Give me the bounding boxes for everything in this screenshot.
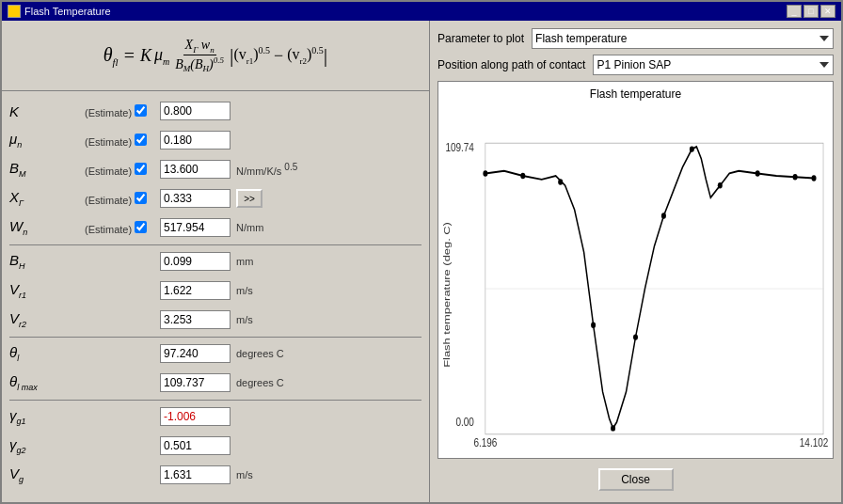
- param-input-BH[interactable]: [160, 252, 231, 271]
- param-label-XG: XΓ: [9, 189, 85, 208]
- param-estimate-BM: (Estimate): [85, 163, 160, 177]
- param-unit-BM: N/mm/K/s 0.5: [236, 162, 297, 177]
- param-row-theta-fl-max: θl max degrees C: [9, 370, 422, 395]
- param-unit-Vr2: m/s: [236, 314, 253, 325]
- param-label-gamma-g1: γg1: [9, 407, 85, 426]
- param-row-Wn: Wn (Estimate) N/mm: [9, 215, 422, 240]
- param-checkbox-mu-n[interactable]: [135, 134, 147, 146]
- param-input-BM[interactable]: [160, 160, 231, 179]
- param-row-K: K (Estimate): [9, 99, 422, 123]
- param-input-Vr1[interactable]: [160, 281, 231, 300]
- param-to-plot-dropdown[interactable]: Flash temperature Temperature rise: [532, 28, 834, 49]
- chart-svg: Flash temperature (deg. C) Position alon…: [438, 101, 833, 459]
- param-label-Vr1: Vr1: [9, 281, 85, 300]
- chart-container: Flash temperature Flash temperature (deg…: [437, 81, 834, 459]
- param-input-XG[interactable]: [160, 189, 231, 208]
- svg-point-15: [690, 146, 694, 151]
- param-label-theta-fl: θl: [9, 344, 85, 363]
- param-input-gamma-g2[interactable]: [160, 436, 231, 455]
- svg-point-13: [633, 334, 638, 339]
- param-row-gamma-g1: γg1: [9, 404, 422, 429]
- svg-text:109.74: 109.74: [445, 141, 474, 153]
- left-panel: θfl = K μm XΓ wn BM(BH)0.5 | (vr1)0.5 − …: [2, 21, 430, 502]
- position-row: Position along path of contact P1 Pinion…: [437, 55, 834, 75]
- main-window: Flash Temperature _ □ ✕ θfl = K μm XΓ wn: [0, 0, 843, 504]
- param-row-Vr2: Vr2 m/s: [9, 307, 422, 332]
- svg-text:6.196: 6.196: [473, 436, 497, 449]
- param-input-theta-fl-max[interactable]: [160, 373, 231, 392]
- position-label: Position along path of contact: [437, 58, 585, 71]
- separator-3: [9, 400, 422, 401]
- param-unit-theta-fl: degrees C: [236, 348, 284, 359]
- position-dropdown[interactable]: P1 Pinion SAP P2 Pitch point: [593, 55, 834, 75]
- minimize-button[interactable]: _: [787, 5, 802, 18]
- param-row-gamma-g2: γg2: [9, 433, 422, 458]
- svg-point-8: [483, 170, 487, 176]
- param-to-plot-row: Parameter to plot Flash temperature Temp…: [437, 28, 834, 49]
- svg-point-9: [520, 173, 525, 179]
- param-unit-BH: mm: [236, 256, 253, 267]
- param-label-Wn: Wn: [9, 218, 85, 237]
- svg-text:0.00: 0.00: [456, 416, 474, 428]
- param-unit-theta-fl-max: degrees C: [236, 377, 284, 388]
- main-content: θfl = K μm XΓ wn BM(BH)0.5 | (vr1)0.5 − …: [2, 21, 841, 502]
- param-input-Vr2[interactable]: [160, 310, 231, 329]
- param-row-BH: BH mm: [9, 249, 422, 274]
- param-label-Vr2: Vr2: [9, 310, 85, 329]
- param-label-BM: BM: [9, 160, 85, 179]
- formula-area: θfl = K μm XΓ wn BM(BH)0.5 | (vr1)0.5 − …: [2, 21, 429, 91]
- svg-point-10: [558, 179, 563, 184]
- title-bar: Flash Temperature _ □ ✕: [2, 2, 841, 21]
- param-estimate-Wn: (Estimate): [85, 221, 160, 235]
- param-row-Vg: Vg m/s: [9, 463, 422, 487]
- param-checkbox-XG[interactable]: [135, 192, 147, 204]
- param-checkbox-Wn[interactable]: [135, 221, 147, 233]
- svg-point-18: [793, 174, 798, 180]
- param-input-theta-fl[interactable]: [160, 344, 231, 363]
- params-area: K (Estimate) μn (Estimate): [2, 91, 429, 502]
- param-label-K: K: [9, 103, 85, 119]
- param-label-gamma-g2: γg2: [9, 436, 85, 455]
- param-input-Wn[interactable]: [160, 218, 231, 237]
- param-checkbox-K[interactable]: [135, 104, 147, 117]
- svg-point-16: [718, 182, 723, 188]
- window-title: Flash Temperature: [24, 6, 111, 17]
- arrows-button[interactable]: >>: [236, 189, 262, 208]
- param-unit-Wn: N/mm: [236, 222, 263, 233]
- param-estimate-K: (Estimate): [85, 104, 160, 118]
- param-input-Vg[interactable]: [160, 465, 231, 484]
- svg-point-19: [812, 175, 817, 181]
- title-bar-controls: _ □ ✕: [787, 5, 835, 18]
- param-estimate-XG: (Estimate): [85, 192, 160, 206]
- svg-point-14: [661, 213, 666, 218]
- formula-display: θfl = K μm XΓ wn BM(BH)0.5 | (vr1)0.5 − …: [103, 38, 328, 73]
- param-label-mu-n: μn: [9, 131, 85, 150]
- param-row-theta-fl: θl degrees C: [9, 341, 422, 366]
- svg-point-11: [591, 322, 596, 327]
- param-unit-Vg: m/s: [236, 469, 253, 480]
- param-row-BM: BM (Estimate) N/mm/K/s 0.5: [9, 157, 422, 181]
- close-btn-row: Close: [437, 465, 834, 495]
- svg-point-12: [611, 425, 615, 431]
- maximize-button[interactable]: □: [803, 5, 819, 18]
- title-bar-left: Flash Temperature: [8, 5, 111, 18]
- param-checkbox-BM[interactable]: [135, 163, 147, 175]
- close-window-button[interactable]: ✕: [820, 5, 835, 18]
- close-button[interactable]: Close: [598, 468, 674, 491]
- param-row-Vr1: Vr1 m/s: [9, 278, 422, 303]
- param-input-mu-n[interactable]: [160, 131, 231, 150]
- svg-point-17: [756, 170, 760, 176]
- separator-2: [9, 337, 422, 338]
- param-input-K[interactable]: [160, 102, 231, 120]
- param-to-plot-label: Parameter to plot: [437, 32, 524, 45]
- right-panel: Parameter to plot Flash temperature Temp…: [430, 21, 841, 502]
- svg-text:Flash temperature (deg. C): Flash temperature (deg. C): [441, 222, 451, 368]
- param-row-mu-n: μn (Estimate): [9, 128, 422, 152]
- param-label-Vg: Vg: [9, 465, 85, 484]
- param-label-theta-fl-max: θl max: [9, 373, 85, 392]
- param-row-XG: XΓ (Estimate) >>: [9, 186, 422, 211]
- chart-title: Flash temperature: [438, 82, 833, 101]
- param-label-BH: BH: [9, 252, 85, 271]
- param-input-gamma-g1[interactable]: [160, 407, 231, 426]
- window-icon: [8, 5, 21, 18]
